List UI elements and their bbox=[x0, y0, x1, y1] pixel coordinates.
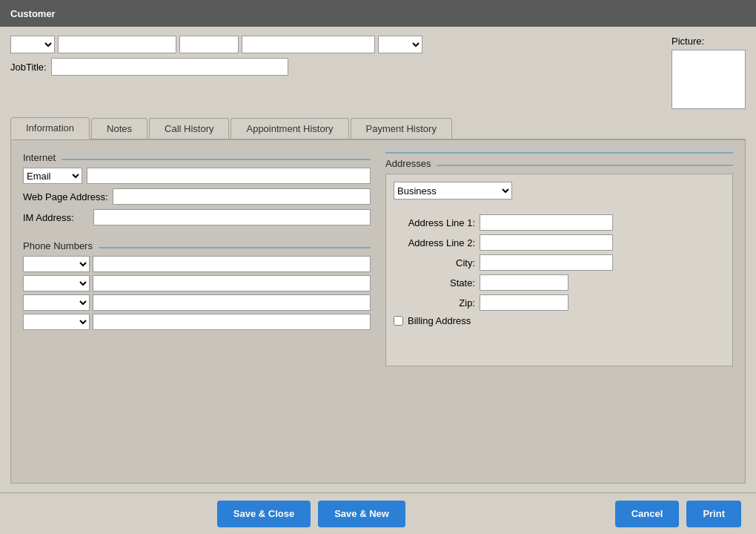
save-close-button[interactable]: Save & Close bbox=[217, 501, 311, 527]
cancel-button[interactable]: Cancel bbox=[615, 501, 680, 527]
phone-number-3[interactable] bbox=[93, 294, 371, 311]
webpage-input[interactable] bbox=[113, 188, 371, 205]
phone-row-4: Home Work Mobile Fax bbox=[23, 314, 371, 330]
addr-zip-input[interactable] bbox=[480, 294, 568, 311]
addresses-panel: Addresses Business Home Other Address Li… bbox=[385, 152, 733, 471]
billing-row: Billing Address bbox=[394, 315, 725, 326]
tab-content-information: Internet Email Email 2 Email 3 Web Page … bbox=[10, 140, 746, 484]
email-type-select[interactable]: Email Email 2 Email 3 bbox=[23, 168, 82, 184]
addr-zip-label: Zip: bbox=[394, 297, 475, 309]
phone-type-1[interactable]: Home Work Mobile Fax bbox=[23, 256, 90, 272]
billing-checkbox[interactable] bbox=[394, 316, 403, 326]
phone-row-3: Home Work Mobile Fax bbox=[23, 294, 371, 311]
tab-notes[interactable]: Notes bbox=[91, 118, 147, 139]
im-label: IM Address: bbox=[23, 212, 74, 223]
phone-type-2[interactable]: Home Work Mobile Fax bbox=[23, 275, 90, 291]
tab-payment-history[interactable]: Payment History bbox=[351, 118, 452, 139]
jobtitle-input[interactable] bbox=[51, 58, 288, 76]
addr-line2-input[interactable] bbox=[480, 234, 613, 251]
bottom-bar: Save & Close Save & New Cancel Print bbox=[0, 492, 756, 534]
phone-number-4[interactable] bbox=[93, 314, 371, 330]
addr-state-row: State: bbox=[394, 274, 725, 291]
window-title: Customer bbox=[10, 8, 56, 19]
internet-section-title: Internet bbox=[23, 152, 62, 163]
billing-label: Billing Address bbox=[408, 315, 471, 326]
email-input[interactable] bbox=[87, 168, 371, 184]
middle-name-input[interactable] bbox=[179, 36, 239, 53]
tab-information[interactable]: Information bbox=[10, 117, 90, 139]
addr-state-input[interactable] bbox=[480, 274, 568, 291]
phone-section-title: Phone Numbers bbox=[23, 240, 99, 251]
addr-line1-label: Address Line 1: bbox=[394, 217, 475, 228]
internet-section: Internet Email Email 2 Email 3 Web Page … bbox=[23, 152, 371, 230]
prefix-select[interactable]: Mr. Ms. Dr. bbox=[10, 36, 55, 53]
phone-number-2[interactable] bbox=[93, 275, 371, 291]
im-input[interactable] bbox=[93, 209, 371, 225]
addr-zip-row: Zip: bbox=[394, 294, 725, 311]
addr-state-label: State: bbox=[394, 277, 475, 289]
button-row: Save & Close Save & New Cancel Print bbox=[0, 501, 756, 527]
first-name-input[interactable] bbox=[58, 36, 176, 53]
address-box: Business Home Other Address Line 1: Addr… bbox=[385, 174, 733, 366]
tab-appointment-history[interactable]: Appointment History bbox=[231, 118, 348, 139]
tab-bar: Information Notes Call History Appointme… bbox=[10, 116, 746, 140]
last-name-input[interactable] bbox=[242, 36, 375, 53]
addr-line1-row: Address Line 1: bbox=[394, 214, 725, 231]
addr-line2-label: Address Line 2: bbox=[394, 237, 475, 248]
addr-city-input[interactable] bbox=[480, 254, 613, 271]
addr-line2-row: Address Line 2: bbox=[394, 234, 725, 251]
suffix-select[interactable]: Jr. Sr. II bbox=[378, 36, 422, 53]
phone-number-1[interactable] bbox=[93, 256, 371, 272]
tab-call-history[interactable]: Call History bbox=[149, 118, 229, 139]
jobtitle-label: JobTitle: bbox=[10, 62, 47, 73]
phone-row-1: Home Work Mobile Fax bbox=[23, 256, 371, 272]
save-new-button[interactable]: Save & New bbox=[318, 501, 405, 527]
print-button[interactable]: Print bbox=[686, 501, 741, 527]
address-type-select[interactable]: Business Home Other bbox=[394, 182, 512, 200]
addr-city-row: City: bbox=[394, 254, 725, 271]
picture-box bbox=[672, 50, 746, 109]
addresses-section-title: Addresses bbox=[385, 158, 437, 169]
addr-line1-input[interactable] bbox=[480, 214, 613, 231]
webpage-label: Web Page Address: bbox=[23, 191, 108, 202]
phone-row-2: Home Work Mobile Fax bbox=[23, 275, 371, 291]
phone-type-4[interactable]: Home Work Mobile Fax bbox=[23, 314, 90, 330]
addr-city-label: City: bbox=[394, 257, 475, 268]
picture-label: Picture: bbox=[672, 36, 704, 47]
phone-type-3[interactable]: Home Work Mobile Fax bbox=[23, 294, 90, 311]
phone-section: Phone Numbers Home Work Mobile Fax bbox=[23, 240, 371, 333]
left-panel: Internet Email Email 2 Email 3 Web Page … bbox=[23, 152, 371, 471]
